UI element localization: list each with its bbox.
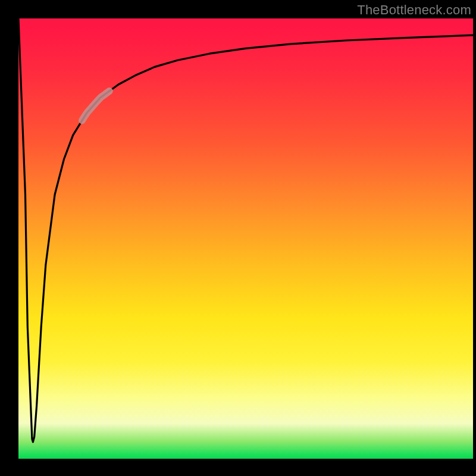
curve-highlight-segment — [82, 91, 109, 120]
watermark-label: TheBottleneck.com — [357, 2, 471, 18]
chart-frame: TheBottleneck.com — [0, 0, 476, 476]
plot-area — [18, 18, 473, 459]
curve-main — [18, 18, 473, 442]
bottleneck-curve — [18, 18, 473, 459]
